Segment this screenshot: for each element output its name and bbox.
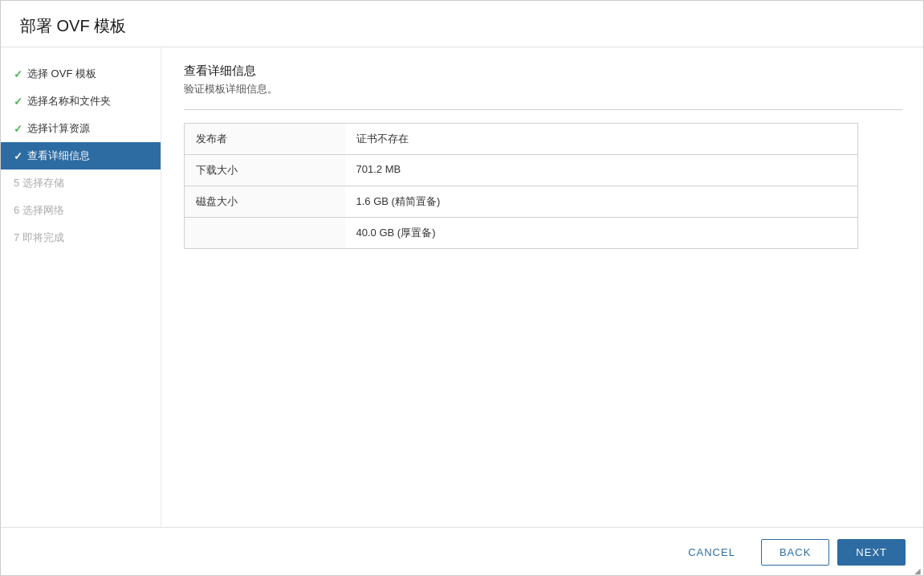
check-icon: ✓ bbox=[14, 96, 22, 108]
sidebar-item-step4[interactable]: ✓查看详细信息 bbox=[1, 142, 161, 170]
sidebar-item-label: 查看详细信息 bbox=[27, 149, 90, 163]
info-table: 发布者证书不存在下载大小701.2 MB磁盘大小1.6 GB (精简置备)40.… bbox=[184, 123, 858, 249]
next-button[interactable]: NEXT bbox=[837, 539, 906, 566]
table-row: 下载大小701.2 MB bbox=[185, 155, 858, 186]
table-row: 40.0 GB (厚置备) bbox=[185, 218, 858, 249]
check-icon: ✓ bbox=[14, 150, 22, 162]
sidebar-item-label: 6 选择网络 bbox=[14, 203, 64, 218]
table-value-cell: 701.2 MB bbox=[345, 155, 858, 186]
sidebar: ✓选择 OVF 模板✓选择名称和文件夹✓选择计算资源✓查看详细信息5 选择存储6… bbox=[1, 47, 161, 527]
dialog-title: 部署 OVF 模板 bbox=[20, 17, 126, 35]
cancel-button[interactable]: CANCEL bbox=[670, 540, 753, 565]
sidebar-item-step7: 7 即将完成 bbox=[1, 224, 161, 251]
sidebar-item-label: 5 选择存储 bbox=[14, 176, 64, 190]
dialog-footer: CANCEL BACK NEXT bbox=[1, 527, 924, 576]
sidebar-item-step3[interactable]: ✓选择计算资源 bbox=[1, 115, 161, 142]
table-label-cell: 发布者 bbox=[185, 124, 345, 155]
section-title: 查看详细信息 bbox=[184, 63, 902, 79]
check-icon: ✓ bbox=[14, 123, 22, 135]
table-value-cell: 证书不存在 bbox=[345, 124, 858, 155]
check-icon: ✓ bbox=[14, 68, 22, 80]
sidebar-item-label: 选择计算资源 bbox=[27, 121, 90, 136]
table-label-cell: 下载大小 bbox=[185, 155, 345, 186]
sidebar-item-label: 7 即将完成 bbox=[14, 231, 64, 245]
sidebar-item-step5: 5 选择存储 bbox=[1, 170, 161, 197]
table-value-cell: 40.0 GB (厚置备) bbox=[345, 218, 858, 249]
sidebar-item-step6: 6 选择网络 bbox=[1, 197, 161, 224]
table-label-cell bbox=[185, 218, 345, 249]
deploy-ovf-dialog: 部署 OVF 模板 ✓选择 OVF 模板✓选择名称和文件夹✓选择计算资源✓查看详… bbox=[1, 1, 924, 576]
sidebar-item-label: 选择名称和文件夹 bbox=[27, 94, 111, 108]
resize-handle[interactable]: ◢ bbox=[914, 566, 922, 574]
dialog-body: ✓选择 OVF 模板✓选择名称和文件夹✓选择计算资源✓查看详细信息5 选择存储6… bbox=[1, 47, 924, 527]
table-label-cell: 磁盘大小 bbox=[185, 186, 345, 218]
sidebar-item-label: 选择 OVF 模板 bbox=[27, 67, 96, 81]
main-content: 查看详细信息 验证模板详细信息。 发布者证书不存在下载大小701.2 MB磁盘大… bbox=[161, 47, 924, 527]
dialog-header: 部署 OVF 模板 bbox=[1, 1, 924, 47]
table-value-cell: 1.6 GB (精简置备) bbox=[345, 186, 858, 218]
table-row: 发布者证书不存在 bbox=[185, 124, 858, 155]
sidebar-item-step2[interactable]: ✓选择名称和文件夹 bbox=[1, 88, 161, 115]
table-row: 磁盘大小1.6 GB (精简置备) bbox=[185, 186, 858, 218]
sidebar-item-step1[interactable]: ✓选择 OVF 模板 bbox=[1, 60, 161, 88]
section-divider bbox=[184, 109, 902, 110]
back-button[interactable]: BACK bbox=[761, 539, 829, 566]
section-subtitle: 验证模板详细信息。 bbox=[184, 82, 902, 96]
